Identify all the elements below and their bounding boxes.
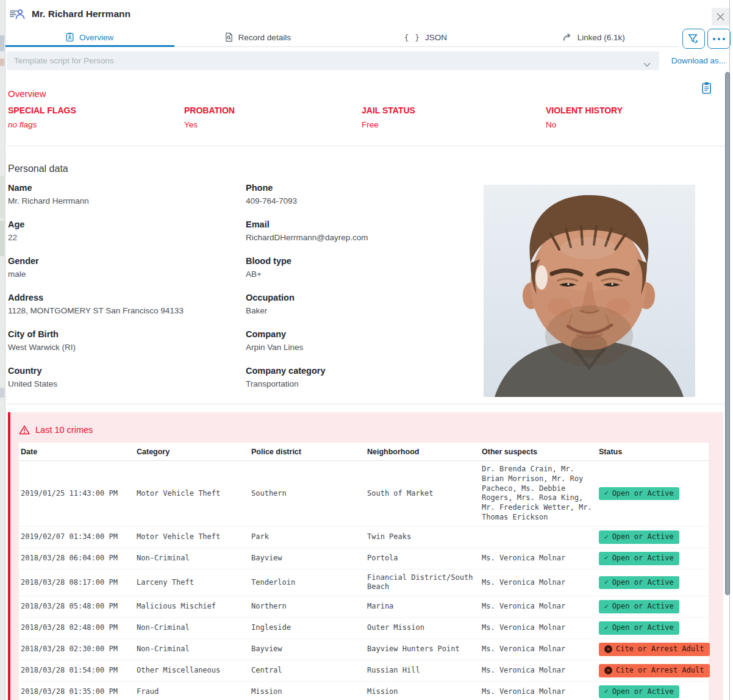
field-value: 22 (8, 233, 243, 242)
cell-date: 2018/03/28 02:48:00 PM (19, 618, 135, 639)
tab-overview[interactable]: Overview (5, 28, 174, 46)
cell-date: 2018/03/28 08:17:00 PM (19, 569, 135, 596)
tab-label: Record details (238, 33, 291, 42)
status-label: Open or Active (612, 578, 674, 588)
document-search-icon (224, 32, 234, 42)
cell-suspects: Ms. Veronica Molnar (480, 596, 597, 618)
download-as-link[interactable]: Download as... (671, 51, 726, 70)
cell-neighborhood: Twin Peaks (365, 526, 480, 548)
cell-district: Central (249, 660, 365, 681)
vertical-scrollbar-thumb[interactable] (725, 72, 730, 595)
status-badge: ✓Open or Active (599, 685, 679, 699)
template-script-select[interactable]: Template script for Persons (7, 51, 659, 70)
filter-export-button[interactable] (682, 29, 705, 49)
more-options-button[interactable] (707, 29, 731, 49)
flag-label: VIOLENT HISTORY (546, 105, 709, 115)
crimes-table: DateCategoryPolice districtNeighborhoodO… (19, 443, 709, 700)
tab-label: Overview (79, 33, 113, 42)
field-label: Company (246, 329, 481, 339)
field-value: 1128, MONTGOMERY ST San Francisco 94133 (8, 306, 243, 315)
field-value: Mr. Richard Herrmann (8, 196, 243, 205)
cell-suspects: Ms. Veronica Molnar (480, 638, 597, 660)
field-label: Address (8, 293, 243, 302)
crimes-heading-row: Last 10 crimes (10, 412, 723, 435)
status-badge: ✓Open or Active (599, 576, 679, 590)
cell-neighborhood: South of Market (365, 461, 480, 527)
dialog-header: Mr. Richard Herrmann (5, 0, 733, 28)
flag-item: SPECIAL FLAGS no flags (8, 105, 184, 129)
crime-row: 2018/03/28 05:48:00 PMMalicious Mischief… (19, 596, 709, 618)
copy-to-clipboard-button[interactable] (701, 82, 712, 94)
cell-district: Northern (249, 596, 365, 618)
divider (7, 404, 728, 404)
cell-category: Motor Vehicle Theft (135, 526, 249, 548)
cell-suspects: Ms. Veronica Molnar (480, 660, 597, 681)
cell-suspects (480, 526, 597, 548)
check-icon: ✓ (604, 533, 609, 542)
field-value: male (8, 270, 243, 279)
tab-linked[interactable]: Linked (6.1k) (510, 28, 678, 46)
field-label: Gender (8, 256, 243, 266)
tab-json[interactable]: { } JSON (341, 28, 510, 46)
cell-date: 2018/03/28 01:54:00 PM (19, 660, 135, 681)
circle-x-icon: ✕ (604, 645, 612, 653)
cell-status: ✓Open or Active (597, 618, 709, 639)
cell-category: Motor Vehicle Theft (135, 461, 249, 527)
cell-suspects: Dr. Brenda Crain, Mr. Brian Morrison, Mr… (480, 461, 597, 527)
check-icon: ✓ (604, 624, 609, 633)
circle-x-icon: ✕ (604, 666, 612, 674)
cell-category: Malicious Mischief (135, 596, 249, 618)
personal-field: Blood type AB+ (246, 256, 481, 279)
flag-item: JAIL STATUS Free (362, 105, 546, 129)
background-artifact (0, 59, 4, 66)
flag-value: No (546, 120, 709, 129)
cell-neighborhood: Bayview Hunters Point (365, 638, 480, 660)
cell-district: Park (249, 526, 365, 548)
field-label: Country (8, 366, 243, 376)
status-badge: ✓Open or Active (599, 552, 679, 565)
cell-district: Bayview (249, 638, 365, 660)
cell-district: Ingleside (249, 618, 365, 639)
flag-label: SPECIAL FLAGS (8, 105, 184, 115)
cell-date: 2019/01/25 11:43:00 PM (19, 461, 135, 527)
status-badge: ✓Open or Active (599, 600, 679, 613)
link-arrow-icon (562, 33, 573, 42)
check-icon: ✓ (604, 489, 609, 498)
cell-date: 2018/03/28 01:35:00 PM (19, 681, 135, 700)
tab-record-details[interactable]: Record details (174, 28, 342, 46)
field-label: Email (246, 220, 481, 229)
crime-row: 2018/03/28 01:54:00 PMOther Miscellaneou… (19, 660, 709, 681)
cell-category: Other Miscellaneous (135, 660, 249, 681)
background-artifact (0, 35, 4, 51)
check-icon: ✓ (604, 578, 609, 587)
status-badge: ✕Cite or Arrest Adult (599, 643, 710, 656)
cell-status: ✕Cite or Arrest Adult (597, 638, 709, 660)
id-card-icon (65, 32, 74, 42)
status-badge: ✓Open or Active (599, 530, 679, 544)
column-header: Other suspects (480, 443, 597, 461)
field-value: RichardDHerrmann@dayrep.com (246, 233, 481, 242)
flag-item: VIOLENT HISTORY No (546, 105, 709, 129)
cell-category: Non-Criminal (135, 618, 249, 639)
ellipsis-icon (712, 38, 726, 40)
cell-status: ✓Open or Active (597, 548, 709, 569)
field-value: Transportation (246, 379, 481, 388)
status-label: Cite or Arrest Adult (616, 645, 704, 654)
personal-fields-left: Name Mr. Richard Herrmann Age 22 Gender … (8, 183, 243, 402)
status-label: Open or Active (612, 554, 674, 563)
status-label: Open or Active (612, 602, 674, 612)
personal-field: City of Birth West Warwick (RI) (8, 329, 243, 352)
close-button[interactable] (712, 8, 729, 26)
field-label: Company category (246, 366, 481, 376)
flag-label: PROBATION (184, 105, 362, 115)
cell-date: 2018/03/28 02:30:00 PM (19, 638, 135, 660)
person-record-dialog: Mr. Richard Herrmann Overview Record det… (5, 0, 733, 700)
crimes-heading: Last 10 crimes (35, 425, 93, 435)
tab-label: JSON (425, 33, 447, 42)
flag-label: JAIL STATUS (362, 105, 546, 115)
cell-neighborhood: Mission (365, 681, 480, 700)
cell-neighborhood: Financial District/South Beach (365, 569, 480, 596)
filter-export-icon (688, 34, 699, 45)
field-label: Occupation (246, 293, 481, 302)
cell-district: Mission (249, 681, 365, 700)
